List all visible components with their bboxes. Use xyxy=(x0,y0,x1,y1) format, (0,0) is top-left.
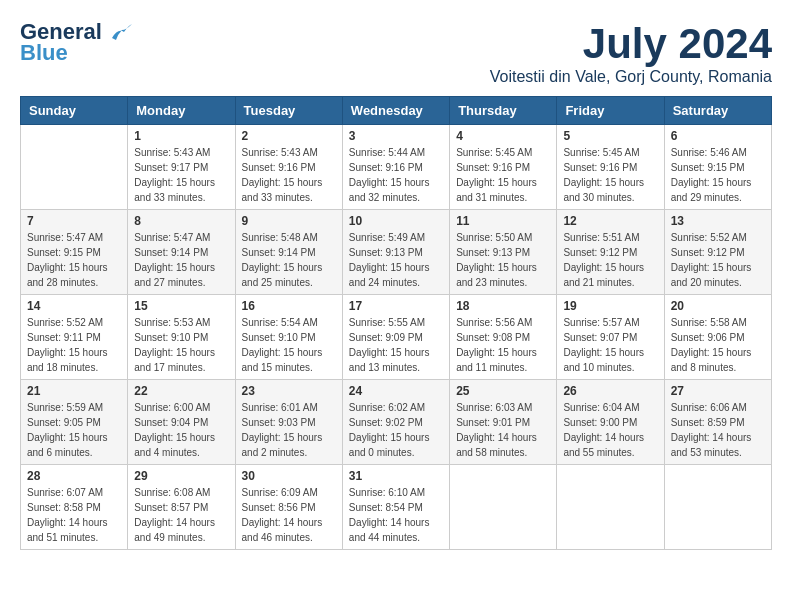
calendar-day-cell: 17 Sunrise: 5:55 AM Sunset: 9:09 PM Dayl… xyxy=(342,295,449,380)
day-info: Sunrise: 5:43 AM Sunset: 9:17 PM Dayligh… xyxy=(134,145,228,205)
day-info: Sunrise: 5:50 AM Sunset: 9:13 PM Dayligh… xyxy=(456,230,550,290)
sunset-text: Sunset: 9:04 PM xyxy=(134,417,208,428)
sunset-text: Sunset: 9:16 PM xyxy=(563,162,637,173)
sunrise-text: Sunrise: 5:46 AM xyxy=(671,147,747,158)
sunset-text: Sunset: 8:54 PM xyxy=(349,502,423,513)
sunset-text: Sunset: 9:11 PM xyxy=(27,332,101,343)
day-info: Sunrise: 6:07 AM Sunset: 8:58 PM Dayligh… xyxy=(27,485,121,545)
daylight-text: Daylight: 14 hours and 44 minutes. xyxy=(349,517,430,543)
daylight-text: Daylight: 14 hours and 58 minutes. xyxy=(456,432,537,458)
calendar-day-cell: 24 Sunrise: 6:02 AM Sunset: 9:02 PM Dayl… xyxy=(342,380,449,465)
sunset-text: Sunset: 8:59 PM xyxy=(671,417,745,428)
calendar-day-cell: 21 Sunrise: 5:59 AM Sunset: 9:05 PM Dayl… xyxy=(21,380,128,465)
weekday-header: Saturday xyxy=(664,97,771,125)
day-number: 3 xyxy=(349,129,443,143)
sunrise-text: Sunrise: 5:52 AM xyxy=(671,232,747,243)
day-number: 21 xyxy=(27,384,121,398)
sunrise-text: Sunrise: 6:00 AM xyxy=(134,402,210,413)
calendar-day-cell: 27 Sunrise: 6:06 AM Sunset: 8:59 PM Dayl… xyxy=(664,380,771,465)
calendar-day-cell: 22 Sunrise: 6:00 AM Sunset: 9:04 PM Dayl… xyxy=(128,380,235,465)
weekday-header: Wednesday xyxy=(342,97,449,125)
daylight-text: Daylight: 15 hours and 11 minutes. xyxy=(456,347,537,373)
daylight-text: Daylight: 14 hours and 49 minutes. xyxy=(134,517,215,543)
calendar-day-cell: 30 Sunrise: 6:09 AM Sunset: 8:56 PM Dayl… xyxy=(235,465,342,550)
day-info: Sunrise: 5:59 AM Sunset: 9:05 PM Dayligh… xyxy=(27,400,121,460)
sunrise-text: Sunrise: 6:06 AM xyxy=(671,402,747,413)
calendar-day-cell: 5 Sunrise: 5:45 AM Sunset: 9:16 PM Dayli… xyxy=(557,125,664,210)
day-info: Sunrise: 5:57 AM Sunset: 9:07 PM Dayligh… xyxy=(563,315,657,375)
daylight-text: Daylight: 15 hours and 24 minutes. xyxy=(349,262,430,288)
day-info: Sunrise: 6:09 AM Sunset: 8:56 PM Dayligh… xyxy=(242,485,336,545)
day-number: 24 xyxy=(349,384,443,398)
sunrise-text: Sunrise: 6:01 AM xyxy=(242,402,318,413)
calendar-day-cell xyxy=(557,465,664,550)
daylight-text: Daylight: 15 hours and 28 minutes. xyxy=(27,262,108,288)
sunrise-text: Sunrise: 5:58 AM xyxy=(671,317,747,328)
daylight-text: Daylight: 15 hours and 0 minutes. xyxy=(349,432,430,458)
day-info: Sunrise: 5:55 AM Sunset: 9:09 PM Dayligh… xyxy=(349,315,443,375)
sunset-text: Sunset: 9:12 PM xyxy=(671,247,745,258)
sunrise-text: Sunrise: 6:09 AM xyxy=(242,487,318,498)
daylight-text: Daylight: 15 hours and 27 minutes. xyxy=(134,262,215,288)
day-info: Sunrise: 5:47 AM Sunset: 9:14 PM Dayligh… xyxy=(134,230,228,290)
calendar-day-cell: 31 Sunrise: 6:10 AM Sunset: 8:54 PM Dayl… xyxy=(342,465,449,550)
sunset-text: Sunset: 9:09 PM xyxy=(349,332,423,343)
sunset-text: Sunset: 9:10 PM xyxy=(134,332,208,343)
day-info: Sunrise: 6:02 AM Sunset: 9:02 PM Dayligh… xyxy=(349,400,443,460)
day-info: Sunrise: 5:52 AM Sunset: 9:12 PM Dayligh… xyxy=(671,230,765,290)
day-info: Sunrise: 6:08 AM Sunset: 8:57 PM Dayligh… xyxy=(134,485,228,545)
calendar-day-cell: 18 Sunrise: 5:56 AM Sunset: 9:08 PM Dayl… xyxy=(450,295,557,380)
calendar-day-cell: 7 Sunrise: 5:47 AM Sunset: 9:15 PM Dayli… xyxy=(21,210,128,295)
daylight-text: Daylight: 15 hours and 6 minutes. xyxy=(27,432,108,458)
sunrise-text: Sunrise: 5:47 AM xyxy=(134,232,210,243)
calendar-day-cell: 9 Sunrise: 5:48 AM Sunset: 9:14 PM Dayli… xyxy=(235,210,342,295)
day-info: Sunrise: 5:43 AM Sunset: 9:16 PM Dayligh… xyxy=(242,145,336,205)
sunset-text: Sunset: 9:16 PM xyxy=(349,162,423,173)
sunrise-text: Sunrise: 5:51 AM xyxy=(563,232,639,243)
logo: General Blue xyxy=(20,20,132,66)
sunset-text: Sunset: 9:02 PM xyxy=(349,417,423,428)
daylight-text: Daylight: 15 hours and 10 minutes. xyxy=(563,347,644,373)
calendar-day-cell: 26 Sunrise: 6:04 AM Sunset: 9:00 PM Dayl… xyxy=(557,380,664,465)
sunset-text: Sunset: 9:01 PM xyxy=(456,417,530,428)
calendar-day-cell: 20 Sunrise: 5:58 AM Sunset: 9:06 PM Dayl… xyxy=(664,295,771,380)
calendar-day-cell xyxy=(21,125,128,210)
calendar-day-cell: 14 Sunrise: 5:52 AM Sunset: 9:11 PM Dayl… xyxy=(21,295,128,380)
logo-bird-icon xyxy=(110,24,132,42)
title-section: July 2024 Voitestii din Vale, Gorj Count… xyxy=(490,20,772,86)
sunset-text: Sunset: 8:57 PM xyxy=(134,502,208,513)
day-number: 17 xyxy=(349,299,443,313)
sunset-text: Sunset: 9:15 PM xyxy=(671,162,745,173)
calendar-week-row: 21 Sunrise: 5:59 AM Sunset: 9:05 PM Dayl… xyxy=(21,380,772,465)
sunset-text: Sunset: 9:12 PM xyxy=(563,247,637,258)
weekday-header: Tuesday xyxy=(235,97,342,125)
daylight-text: Daylight: 15 hours and 8 minutes. xyxy=(671,347,752,373)
daylight-text: Daylight: 15 hours and 15 minutes. xyxy=(242,347,323,373)
calendar-day-cell: 16 Sunrise: 5:54 AM Sunset: 9:10 PM Dayl… xyxy=(235,295,342,380)
calendar-day-cell: 4 Sunrise: 5:45 AM Sunset: 9:16 PM Dayli… xyxy=(450,125,557,210)
daylight-text: Daylight: 14 hours and 53 minutes. xyxy=(671,432,752,458)
calendar-day-cell: 3 Sunrise: 5:44 AM Sunset: 9:16 PM Dayli… xyxy=(342,125,449,210)
sunrise-text: Sunrise: 6:04 AM xyxy=(563,402,639,413)
daylight-text: Daylight: 15 hours and 25 minutes. xyxy=(242,262,323,288)
sunset-text: Sunset: 8:56 PM xyxy=(242,502,316,513)
day-info: Sunrise: 5:56 AM Sunset: 9:08 PM Dayligh… xyxy=(456,315,550,375)
day-number: 31 xyxy=(349,469,443,483)
day-info: Sunrise: 5:49 AM Sunset: 9:13 PM Dayligh… xyxy=(349,230,443,290)
calendar-table: SundayMondayTuesdayWednesdayThursdayFrid… xyxy=(20,96,772,550)
day-number: 13 xyxy=(671,214,765,228)
sunrise-text: Sunrise: 5:56 AM xyxy=(456,317,532,328)
day-number: 26 xyxy=(563,384,657,398)
sunrise-text: Sunrise: 5:55 AM xyxy=(349,317,425,328)
calendar-day-cell: 15 Sunrise: 5:53 AM Sunset: 9:10 PM Dayl… xyxy=(128,295,235,380)
day-info: Sunrise: 5:54 AM Sunset: 9:10 PM Dayligh… xyxy=(242,315,336,375)
calendar-day-cell: 25 Sunrise: 6:03 AM Sunset: 9:01 PM Dayl… xyxy=(450,380,557,465)
sunrise-text: Sunrise: 5:57 AM xyxy=(563,317,639,328)
sunset-text: Sunset: 9:13 PM xyxy=(456,247,530,258)
daylight-text: Daylight: 15 hours and 21 minutes. xyxy=(563,262,644,288)
sunset-text: Sunset: 9:03 PM xyxy=(242,417,316,428)
sunset-text: Sunset: 9:16 PM xyxy=(242,162,316,173)
day-info: Sunrise: 5:46 AM Sunset: 9:15 PM Dayligh… xyxy=(671,145,765,205)
weekday-header: Friday xyxy=(557,97,664,125)
calendar-day-cell: 13 Sunrise: 5:52 AM Sunset: 9:12 PM Dayl… xyxy=(664,210,771,295)
